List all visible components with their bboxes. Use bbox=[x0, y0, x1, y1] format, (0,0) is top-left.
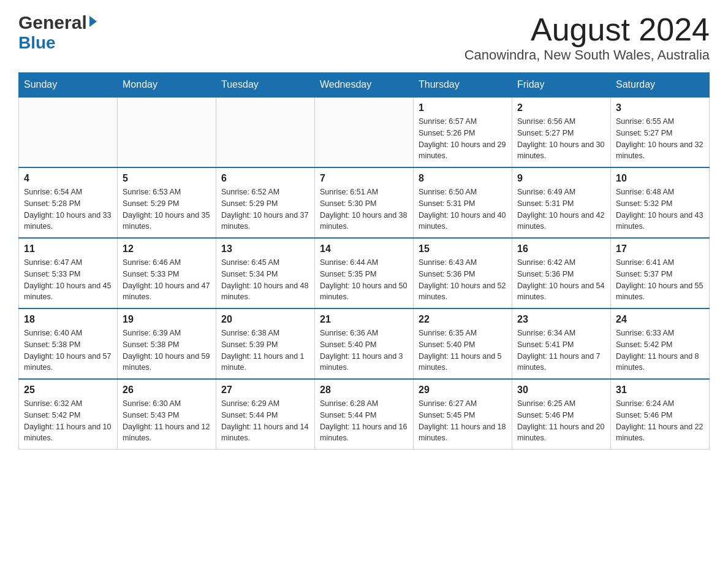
day-number: 2 bbox=[517, 102, 605, 113]
calendar-cell: 22Sunrise: 6:35 AM Sunset: 5:40 PM Dayli… bbox=[414, 308, 512, 379]
month-title: August 2024 bbox=[464, 12, 710, 47]
day-info: Sunrise: 6:35 AM Sunset: 5:40 PM Dayligh… bbox=[419, 327, 507, 373]
calendar-cell: 12Sunrise: 6:46 AM Sunset: 5:33 PM Dayli… bbox=[118, 238, 216, 308]
calendar-cell bbox=[118, 97, 216, 167]
calendar-cell: 10Sunrise: 6:48 AM Sunset: 5:32 PM Dayli… bbox=[611, 167, 710, 238]
day-info: Sunrise: 6:52 AM Sunset: 5:29 PM Dayligh… bbox=[221, 186, 309, 232]
calendar-cell: 16Sunrise: 6:42 AM Sunset: 5:36 PM Dayli… bbox=[512, 238, 611, 308]
calendar-day-header: Tuesday bbox=[216, 73, 315, 98]
calendar-cell: 13Sunrise: 6:45 AM Sunset: 5:34 PM Dayli… bbox=[216, 238, 315, 308]
day-number: 9 bbox=[517, 173, 605, 184]
day-number: 19 bbox=[123, 314, 211, 325]
calendar-week-row: 18Sunrise: 6:40 AM Sunset: 5:38 PM Dayli… bbox=[19, 308, 710, 379]
calendar-cell: 18Sunrise: 6:40 AM Sunset: 5:38 PM Dayli… bbox=[19, 308, 118, 379]
calendar-cell: 14Sunrise: 6:44 AM Sunset: 5:35 PM Dayli… bbox=[315, 238, 414, 308]
day-info: Sunrise: 6:42 AM Sunset: 5:36 PM Dayligh… bbox=[517, 257, 605, 303]
day-info: Sunrise: 6:29 AM Sunset: 5:44 PM Dayligh… bbox=[221, 398, 309, 444]
day-info: Sunrise: 6:41 AM Sunset: 5:37 PM Dayligh… bbox=[616, 257, 704, 303]
calendar-cell bbox=[216, 97, 315, 167]
calendar-cell: 31Sunrise: 6:24 AM Sunset: 5:46 PM Dayli… bbox=[611, 379, 710, 450]
calendar-cell: 21Sunrise: 6:36 AM Sunset: 5:40 PM Dayli… bbox=[315, 308, 414, 379]
calendar-cell: 4Sunrise: 6:54 AM Sunset: 5:28 PM Daylig… bbox=[19, 167, 118, 238]
day-number: 24 bbox=[616, 314, 704, 325]
day-number: 13 bbox=[221, 243, 309, 255]
day-number: 8 bbox=[419, 173, 507, 184]
calendar-cell: 20Sunrise: 6:38 AM Sunset: 5:39 PM Dayli… bbox=[216, 308, 315, 379]
day-info: Sunrise: 6:28 AM Sunset: 5:44 PM Dayligh… bbox=[320, 398, 408, 444]
day-number: 5 bbox=[123, 173, 211, 184]
calendar-cell: 28Sunrise: 6:28 AM Sunset: 5:44 PM Dayli… bbox=[315, 379, 414, 450]
calendar-day-header: Wednesday bbox=[315, 73, 414, 98]
day-info: Sunrise: 6:56 AM Sunset: 5:27 PM Dayligh… bbox=[517, 116, 605, 162]
day-number: 23 bbox=[517, 314, 605, 325]
day-info: Sunrise: 6:53 AM Sunset: 5:29 PM Dayligh… bbox=[123, 186, 211, 232]
logo-triangle-icon bbox=[89, 16, 97, 27]
day-info: Sunrise: 6:57 AM Sunset: 5:26 PM Dayligh… bbox=[419, 116, 507, 162]
day-number: 27 bbox=[221, 385, 309, 396]
day-number: 3 bbox=[616, 102, 704, 113]
day-info: Sunrise: 6:40 AM Sunset: 5:38 PM Dayligh… bbox=[24, 327, 112, 373]
day-info: Sunrise: 6:25 AM Sunset: 5:46 PM Dayligh… bbox=[517, 398, 605, 444]
day-info: Sunrise: 6:24 AM Sunset: 5:46 PM Dayligh… bbox=[616, 398, 704, 444]
title-block: August 2024 Canowindra, New South Wales,… bbox=[464, 12, 710, 63]
calendar-week-row: 1Sunrise: 6:57 AM Sunset: 5:26 PM Daylig… bbox=[19, 97, 710, 167]
day-number: 11 bbox=[24, 243, 112, 255]
day-info: Sunrise: 6:34 AM Sunset: 5:41 PM Dayligh… bbox=[517, 327, 605, 373]
calendar-table: SundayMondayTuesdayWednesdayThursdayFrid… bbox=[18, 72, 710, 450]
calendar-week-row: 25Sunrise: 6:32 AM Sunset: 5:42 PM Dayli… bbox=[19, 379, 710, 450]
day-info: Sunrise: 6:30 AM Sunset: 5:43 PM Dayligh… bbox=[123, 398, 211, 444]
calendar-day-header: Sunday bbox=[19, 73, 118, 98]
day-number: 14 bbox=[320, 243, 408, 255]
calendar-cell: 24Sunrise: 6:33 AM Sunset: 5:42 PM Dayli… bbox=[611, 308, 710, 379]
calendar-cell: 26Sunrise: 6:30 AM Sunset: 5:43 PM Dayli… bbox=[118, 379, 216, 450]
calendar-cell: 2Sunrise: 6:56 AM Sunset: 5:27 PM Daylig… bbox=[512, 97, 611, 167]
calendar-cell bbox=[315, 97, 414, 167]
day-number: 25 bbox=[24, 385, 112, 396]
day-number: 6 bbox=[221, 173, 309, 184]
calendar-cell: 15Sunrise: 6:43 AM Sunset: 5:36 PM Dayli… bbox=[414, 238, 512, 308]
day-number: 31 bbox=[616, 385, 704, 396]
day-number: 22 bbox=[419, 314, 507, 325]
calendar-cell: 1Sunrise: 6:57 AM Sunset: 5:26 PM Daylig… bbox=[414, 97, 512, 167]
day-number: 17 bbox=[616, 243, 704, 255]
page-header: General Blue August 2024 Canowindra, New… bbox=[18, 12, 710, 63]
calendar-cell: 29Sunrise: 6:27 AM Sunset: 5:45 PM Dayli… bbox=[414, 379, 512, 450]
calendar-cell: 30Sunrise: 6:25 AM Sunset: 5:46 PM Dayli… bbox=[512, 379, 611, 450]
day-info: Sunrise: 6:36 AM Sunset: 5:40 PM Dayligh… bbox=[320, 327, 408, 373]
calendar-day-header: Monday bbox=[118, 73, 216, 98]
calendar-cell bbox=[19, 97, 118, 167]
calendar-cell: 7Sunrise: 6:51 AM Sunset: 5:30 PM Daylig… bbox=[315, 167, 414, 238]
calendar-day-header: Thursday bbox=[414, 73, 512, 98]
day-number: 28 bbox=[320, 385, 408, 396]
day-info: Sunrise: 6:55 AM Sunset: 5:27 PM Dayligh… bbox=[616, 116, 704, 162]
calendar-cell: 5Sunrise: 6:53 AM Sunset: 5:29 PM Daylig… bbox=[118, 167, 216, 238]
calendar-cell: 11Sunrise: 6:47 AM Sunset: 5:33 PM Dayli… bbox=[19, 238, 118, 308]
calendar-cell: 27Sunrise: 6:29 AM Sunset: 5:44 PM Dayli… bbox=[216, 379, 315, 450]
calendar-cell: 8Sunrise: 6:50 AM Sunset: 5:31 PM Daylig… bbox=[414, 167, 512, 238]
day-number: 1 bbox=[419, 102, 507, 113]
day-info: Sunrise: 6:44 AM Sunset: 5:35 PM Dayligh… bbox=[320, 257, 408, 303]
day-number: 16 bbox=[517, 243, 605, 255]
day-info: Sunrise: 6:32 AM Sunset: 5:42 PM Dayligh… bbox=[24, 398, 112, 444]
day-number: 4 bbox=[24, 173, 112, 184]
logo-general-text: General bbox=[18, 12, 87, 33]
day-number: 7 bbox=[320, 173, 408, 184]
calendar-cell: 6Sunrise: 6:52 AM Sunset: 5:29 PM Daylig… bbox=[216, 167, 315, 238]
day-number: 29 bbox=[419, 385, 507, 396]
day-number: 12 bbox=[123, 243, 211, 255]
calendar-day-header: Saturday bbox=[611, 73, 710, 98]
calendar-header-row: SundayMondayTuesdayWednesdayThursdayFrid… bbox=[19, 73, 710, 98]
day-info: Sunrise: 6:47 AM Sunset: 5:33 PM Dayligh… bbox=[24, 257, 112, 303]
logo: General Blue bbox=[18, 12, 98, 53]
calendar-day-header: Friday bbox=[512, 73, 611, 98]
day-info: Sunrise: 6:46 AM Sunset: 5:33 PM Dayligh… bbox=[123, 257, 211, 303]
calendar-cell: 23Sunrise: 6:34 AM Sunset: 5:41 PM Dayli… bbox=[512, 308, 611, 379]
calendar-cell: 25Sunrise: 6:32 AM Sunset: 5:42 PM Dayli… bbox=[19, 379, 118, 450]
calendar-cell: 19Sunrise: 6:39 AM Sunset: 5:38 PM Dayli… bbox=[118, 308, 216, 379]
day-info: Sunrise: 6:49 AM Sunset: 5:31 PM Dayligh… bbox=[517, 186, 605, 232]
location-title: Canowindra, New South Wales, Australia bbox=[464, 47, 710, 63]
day-number: 10 bbox=[616, 173, 704, 184]
day-info: Sunrise: 6:39 AM Sunset: 5:38 PM Dayligh… bbox=[123, 327, 211, 373]
calendar-cell: 3Sunrise: 6:55 AM Sunset: 5:27 PM Daylig… bbox=[611, 97, 710, 167]
logo-blue-text: Blue bbox=[18, 33, 56, 53]
